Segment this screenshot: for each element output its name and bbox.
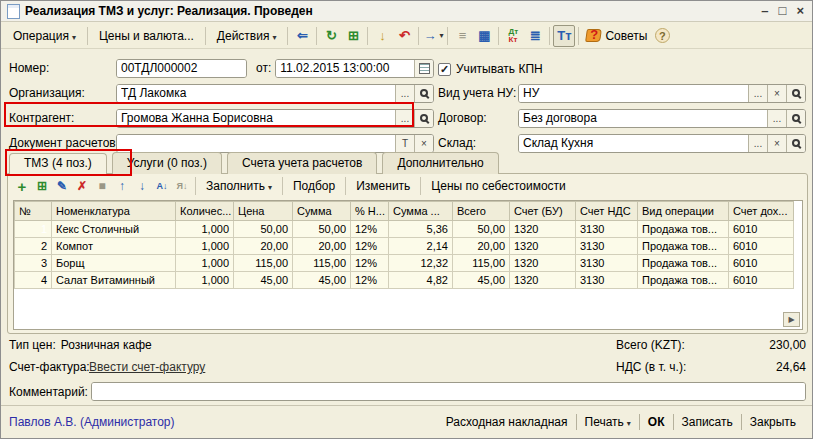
contract-field[interactable]: ... xyxy=(518,109,806,128)
table-cell[interactable]: 45,00 xyxy=(234,272,293,289)
table-cell[interactable]: 115,00 xyxy=(293,255,351,272)
nu-kind-open-icon[interactable] xyxy=(786,85,805,102)
contractor-select-icon[interactable]: ... xyxy=(395,110,414,127)
table-cell[interactable]: 1,000 xyxy=(176,238,234,255)
table-cell[interactable]: 50,00 xyxy=(234,221,293,238)
copy-row-icon[interactable]: ⊞ xyxy=(32,176,52,196)
dt-kt-icon[interactable]: ДтКт xyxy=(502,25,524,47)
table-cell[interactable]: Кекс Столичный xyxy=(52,221,176,238)
column-header[interactable]: Количес... xyxy=(176,202,234,221)
organization-open-icon[interactable] xyxy=(414,85,433,102)
help-icon[interactable]: ? xyxy=(651,25,673,47)
settlement-doc-input[interactable] xyxy=(117,135,395,152)
table-cell[interactable]: 115,00 xyxy=(453,255,510,272)
contractor-field[interactable]: ... xyxy=(116,109,434,128)
font-toggle-icon[interactable]: Тт xyxy=(553,25,575,47)
table-cell[interactable]: 3130 xyxy=(576,272,638,289)
table-cell[interactable]: 50,00 xyxy=(453,221,510,238)
table-cell[interactable]: Продажа тов... xyxy=(638,238,729,255)
table-cell[interactable]: 20,00 xyxy=(293,238,351,255)
tab-settlement-accounts[interactable]: Счета учета расчетов xyxy=(227,152,377,174)
structure-icon[interactable]: ≡ xyxy=(451,25,473,47)
close-icon[interactable]: × xyxy=(796,4,804,18)
delete-row-icon[interactable]: ✗ xyxy=(72,176,92,196)
table-cell[interactable]: 2,14 xyxy=(389,238,453,255)
table-cell[interactable]: 12% xyxy=(351,272,389,289)
sort-desc-icon[interactable]: Я↓ xyxy=(172,176,192,196)
nu-kind-field[interactable]: ... × xyxy=(518,84,806,103)
table-cell[interactable]: 1320 xyxy=(510,221,576,238)
table-cell[interactable]: 1320 xyxy=(510,238,576,255)
table-cell[interactable]: 45,00 xyxy=(453,272,510,289)
sort-asc-icon[interactable]: А↓ xyxy=(152,176,172,196)
contract-input[interactable] xyxy=(519,110,767,127)
bottom-button-4[interactable]: Записать xyxy=(674,411,741,433)
tab-tmz[interactable]: ТМЗ (4 поз.) xyxy=(9,153,107,175)
column-header[interactable]: Счет НДС xyxy=(576,202,638,221)
add-row-icon[interactable]: + xyxy=(12,176,32,196)
table-cell[interactable]: 50,00 xyxy=(293,221,351,238)
table-cell[interactable]: 1 xyxy=(15,221,52,238)
column-header[interactable]: Счет дох... xyxy=(729,202,794,221)
edit-row-icon[interactable]: ✎ xyxy=(52,176,72,196)
scroll-right-icon[interactable]: ▶ xyxy=(783,312,800,327)
table-cell[interactable]: 5,36 xyxy=(389,221,453,238)
warehouse-open-icon[interactable] xyxy=(786,135,805,152)
column-header[interactable]: Вид операции xyxy=(638,202,729,221)
table-cell[interactable]: 2 xyxy=(15,238,52,255)
table-cell[interactable]: 4 xyxy=(15,272,52,289)
report-icon[interactable]: ≣ xyxy=(524,25,546,47)
table-cell[interactable]: 12% xyxy=(351,221,389,238)
table-cell[interactable]: 1320 xyxy=(510,255,576,272)
comment-input[interactable] xyxy=(92,383,805,400)
table-cell[interactable]: 1,000 xyxy=(176,221,234,238)
calendar-icon[interactable] xyxy=(414,60,433,77)
minimize-icon[interactable]: – xyxy=(761,4,768,18)
tab-services[interactable]: Услуги (0 поз.) xyxy=(112,152,222,174)
warehouse-input[interactable] xyxy=(519,135,748,152)
cost-prices-button[interactable]: Цены по себестоимости xyxy=(424,177,572,195)
table-cell[interactable]: Продажа тов... xyxy=(638,272,729,289)
column-header[interactable]: Цена xyxy=(234,202,293,221)
nu-kind-clear-icon[interactable]: × xyxy=(767,85,786,102)
table-cell[interactable]: 45,00 xyxy=(293,272,351,289)
copy-add-icon[interactable]: ⊞ xyxy=(342,25,364,47)
bottom-button-5[interactable]: Закрыть xyxy=(742,411,804,433)
number-field[interactable] xyxy=(116,59,247,78)
table-cell[interactable]: 4,82 xyxy=(389,272,453,289)
table-cell[interactable]: 1320 xyxy=(510,272,576,289)
column-header[interactable]: Счет (БУ) xyxy=(510,202,576,221)
refresh-icon[interactable]: ↻ xyxy=(320,25,342,47)
column-header[interactable]: Номенклатура xyxy=(52,202,176,221)
maximize-icon[interactable]: □ xyxy=(779,4,787,18)
bottom-button-2[interactable]: Печать▾ xyxy=(577,411,639,433)
contractor-input[interactable] xyxy=(117,110,395,127)
enter-invoice-link[interactable]: Ввести счет-фактуру xyxy=(89,360,205,374)
post-document-icon[interactable]: ↓ xyxy=(371,25,393,47)
table-cell[interactable]: 6010 xyxy=(729,238,794,255)
contract-open-icon[interactable] xyxy=(786,110,805,127)
bottom-button-3[interactable]: ОК xyxy=(640,411,673,433)
operation-menu[interactable]: Операция▾ xyxy=(5,25,84,47)
column-header[interactable]: % Н... xyxy=(351,202,389,221)
table-cell[interactable]: 20,00 xyxy=(453,238,510,255)
table-cell[interactable]: 12,32 xyxy=(389,255,453,272)
goto-icon[interactable]: →▾ xyxy=(422,25,444,47)
table-cell[interactable]: 6010 xyxy=(729,255,794,272)
table-cell[interactable]: 12% xyxy=(351,238,389,255)
kpn-checkbox[interactable]: ✓ xyxy=(438,63,451,76)
nu-kind-input[interactable] xyxy=(519,85,748,102)
comment-field[interactable] xyxy=(91,382,806,401)
bottom-button-1[interactable]: Расходная накладная xyxy=(438,411,576,433)
organization-field[interactable]: ... xyxy=(116,84,434,103)
advice-button[interactable]: ? Советы xyxy=(582,25,651,47)
change-button[interactable]: Изменить xyxy=(349,177,417,195)
pick-button[interactable]: Подбор xyxy=(286,177,342,195)
warehouse-clear-icon[interactable]: × xyxy=(767,135,786,152)
table-cell[interactable]: 115,00 xyxy=(234,255,293,272)
table-cell[interactable]: 1,000 xyxy=(176,272,234,289)
table-cell[interactable]: Продажа тов... xyxy=(638,221,729,238)
contract-select-icon[interactable]: ... xyxy=(767,110,786,127)
table-cell[interactable]: 3130 xyxy=(576,238,638,255)
actions-menu[interactable]: Действия▾ xyxy=(209,25,285,47)
